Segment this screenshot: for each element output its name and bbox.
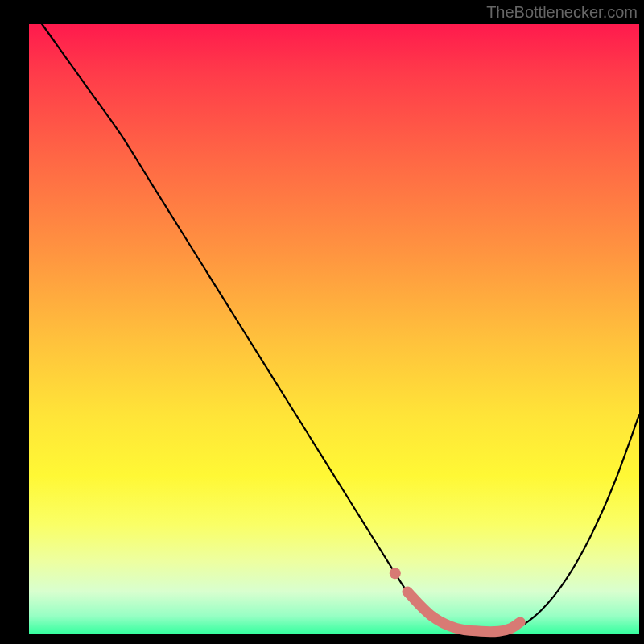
chart-container: TheBottlenecker.com bbox=[0, 0, 644, 644]
highlight-start-dot bbox=[390, 568, 401, 579]
bottleneck-curve-path bbox=[29, 6, 639, 631]
optimal-range-highlight bbox=[407, 592, 520, 632]
plot-area bbox=[29, 24, 639, 634]
attribution-text: TheBottlenecker.com bbox=[486, 3, 638, 22]
curve-svg bbox=[29, 24, 639, 634]
